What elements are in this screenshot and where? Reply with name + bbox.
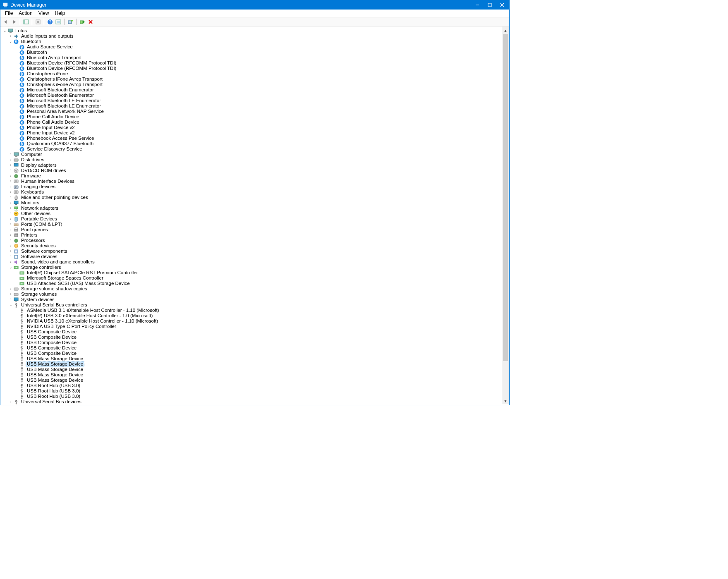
tree-item[interactable]: USB Mass Storage Device xyxy=(1,367,509,372)
expander-icon[interactable]: › xyxy=(8,216,13,222)
expander-icon[interactable]: › xyxy=(8,211,13,216)
device-tree[interactable]: ⌄Lotus›Audio inputs and outputs⌄Bluetoot… xyxy=(1,27,509,404)
tree-item[interactable]: ›?Other devices xyxy=(1,211,509,216)
scroll-up-button[interactable]: ▲ xyxy=(502,27,509,34)
scroll-down-button[interactable]: ▼ xyxy=(502,397,509,404)
tree-item[interactable]: ›Storage volumes xyxy=(1,292,509,297)
maximize-button[interactable] xyxy=(484,0,496,10)
disable-device-button[interactable] xyxy=(87,18,94,26)
tree-item[interactable]: ›Storage volume shadow copies xyxy=(1,286,509,292)
tree-item[interactable]: USB Root Hub (USB 3.0) xyxy=(1,383,509,388)
show-hide-console-tree-button[interactable] xyxy=(22,18,30,26)
tree-item[interactable]: Bluetooth xyxy=(1,50,509,55)
tree-item[interactable]: USB Composite Device xyxy=(1,329,509,335)
tree-item[interactable]: ›Imaging devices xyxy=(1,184,509,189)
tree-item[interactable]: ›Monitors xyxy=(1,200,509,206)
tree-item[interactable]: ⌄Universal Serial Bus controllers xyxy=(1,302,509,308)
tree-item[interactable]: Microsoft Bluetooth LE Enumerator xyxy=(1,103,509,109)
tree-item[interactable]: Bluetooth Avrcp Transport xyxy=(1,55,509,60)
properties-button[interactable] xyxy=(34,18,42,26)
tree-item[interactable]: Phone Input Device v2 xyxy=(1,130,509,136)
expander-icon[interactable]: › xyxy=(8,179,13,184)
tree-item[interactable]: ›Printers xyxy=(1,232,509,238)
enable-device-button[interactable] xyxy=(79,18,86,26)
tree-item[interactable]: ›Ports (COM & LPT) xyxy=(1,222,509,227)
tree-item[interactable]: USB Composite Device xyxy=(1,335,509,340)
expander-icon[interactable]: › xyxy=(8,200,13,206)
expander-icon[interactable]: › xyxy=(8,399,13,404)
tree-item[interactable]: Qualcomm QCA9377 Bluetooth xyxy=(1,141,509,146)
minimize-button[interactable] xyxy=(471,0,484,10)
expander-icon[interactable]: ⌄ xyxy=(8,39,13,44)
tree-item[interactable]: USB Composite Device xyxy=(1,345,509,351)
update-driver-button[interactable] xyxy=(55,18,62,26)
tree-item[interactable]: ⌄Storage controllers xyxy=(1,265,509,270)
tree-item[interactable]: ›Computer xyxy=(1,152,509,157)
tree-item[interactable]: Intel(R) USB 3.0 eXtensible Host Control… xyxy=(1,313,509,318)
menu-view[interactable]: View xyxy=(36,10,52,17)
expander-icon[interactable]: › xyxy=(8,238,13,243)
menu-file[interactable]: File xyxy=(2,10,16,17)
tree-item[interactable]: Christopher's iFone xyxy=(1,71,509,77)
tree-item[interactable]: ›System devices xyxy=(1,297,509,302)
tree-item[interactable]: Service Discovery Service xyxy=(1,146,509,152)
tree-item[interactable]: USB Composite Device xyxy=(1,351,509,356)
tree-item[interactable]: Bluetooth Device (RFCOMM Protocol TDI) xyxy=(1,60,509,66)
tree-item[interactable]: Christopher's iFone Avrcp Transport xyxy=(1,77,509,82)
tree-item[interactable]: ›Processors xyxy=(1,238,509,243)
tree-item[interactable]: USB Root Hub (USB 3.0) xyxy=(1,394,509,399)
expander-icon[interactable]: ⌄ xyxy=(2,28,7,33)
tree-item[interactable]: ›Network adapters xyxy=(1,206,509,211)
expander-icon[interactable]: › xyxy=(8,292,13,297)
help-button[interactable]: ? xyxy=(46,18,54,26)
tree-item[interactable]: ›Mice and other pointing devices xyxy=(1,195,509,200)
expander-icon[interactable]: › xyxy=(8,157,13,163)
tree-item[interactable]: ›Portable Devices xyxy=(1,216,509,222)
scrollbar-thumb[interactable] xyxy=(503,34,508,361)
tree-item[interactable]: ›Keyboards xyxy=(1,189,509,195)
tree-item[interactable]: ›Security devices xyxy=(1,243,509,249)
menu-help[interactable]: Help xyxy=(52,10,68,17)
tree-item[interactable]: Audio Source Service xyxy=(1,44,509,50)
tree-item[interactable]: ›Software components xyxy=(1,249,509,254)
tree-item[interactable]: ›Sound, video and game controllers xyxy=(1,259,509,265)
tree-item[interactable]: ›DVD/CD-ROM drives xyxy=(1,168,509,173)
back-button[interactable] xyxy=(2,18,10,26)
tree-item[interactable]: ›Universal Serial Bus devices xyxy=(1,399,509,404)
tree-item[interactable]: ⌄Bluetooth xyxy=(1,39,509,44)
tree-item[interactable]: Phone Call Audio Device xyxy=(1,114,509,120)
tree-item[interactable]: USB Mass Storage Device xyxy=(1,356,509,361)
expander-icon[interactable]: › xyxy=(8,222,13,227)
tree-item[interactable]: ⌄Lotus xyxy=(1,28,509,33)
tree-item[interactable]: Bluetooth Device (RFCOMM Protocol TDI) xyxy=(1,66,509,71)
tree-item[interactable]: USB Attached SCSI (UAS) Mass Storage Dev… xyxy=(1,281,509,286)
tree-item[interactable]: USB Mass Storage Device xyxy=(1,378,509,383)
tree-item[interactable]: Christopher's iFone Avrcp Transport xyxy=(1,82,509,87)
forward-button[interactable] xyxy=(10,18,18,26)
tree-item[interactable]: NVIDIA USB 3.10 eXtensible Host Controll… xyxy=(1,318,509,324)
tree-item[interactable]: USB Composite Device xyxy=(1,340,509,345)
close-button[interactable] xyxy=(496,0,508,10)
tree-item[interactable]: ASMedia USB 3.1 eXtensible Host Controll… xyxy=(1,308,509,313)
tree-item[interactable]: ›Display adapters xyxy=(1,163,509,168)
expander-icon[interactable]: › xyxy=(8,163,13,168)
expander-icon[interactable]: › xyxy=(8,33,13,39)
tree-item[interactable]: Phone Call Audio Device xyxy=(1,120,509,125)
expander-icon[interactable]: › xyxy=(8,232,13,238)
expander-icon[interactable]: › xyxy=(8,173,13,179)
tree-item[interactable]: Phonebook Access Pse Service xyxy=(1,136,509,141)
tree-item[interactable]: Microsoft Bluetooth Enumerator xyxy=(1,87,509,93)
tree-item[interactable]: Microsoft Storage Spaces Controller xyxy=(1,275,509,281)
expander-icon[interactable]: ⌄ xyxy=(8,265,13,270)
tree-item[interactable]: USB Root Hub (USB 3.0) xyxy=(1,388,509,394)
tree-item[interactable]: Personal Area Network NAP Service xyxy=(1,109,509,114)
expander-icon[interactable]: › xyxy=(8,227,13,232)
tree-item[interactable]: Intel(R) Chipset SATA/PCIe RST Premium C… xyxy=(1,270,509,275)
expander-icon[interactable]: › xyxy=(8,259,13,265)
tree-item[interactable]: ›Software devices xyxy=(1,254,509,259)
expander-icon[interactable]: › xyxy=(8,206,13,211)
vertical-scrollbar[interactable]: ▲ ▼ xyxy=(502,27,509,404)
expander-icon[interactable]: › xyxy=(8,254,13,259)
tree-item[interactable]: Phone Input Device v2 xyxy=(1,125,509,130)
tree-item[interactable]: Microsoft Bluetooth LE Enumerator xyxy=(1,98,509,103)
